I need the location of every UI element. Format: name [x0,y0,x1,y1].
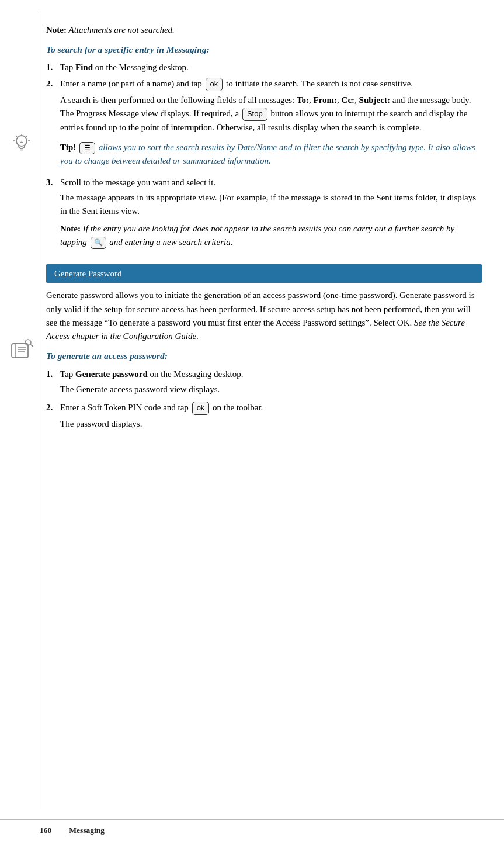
step-3-note-label: Note: [60,224,81,233]
step-1-find: Find [75,63,93,72]
ok-button-inline-2: ok [192,402,210,415]
footer-section-label: Messaging [69,825,105,836]
access-steps-list: 1. Tap Generate password on the Messagin… [46,368,482,432]
main-content: Note: Attachments are not searched. To s… [40,11,504,809]
svg-line-5 [26,136,27,137]
svg-point-0 [16,136,27,146]
search-heading: To search for a specific entry in Messag… [46,43,482,56]
step-3-sub1: The message appears in its appropriate v… [60,191,482,217]
tip-box: Tip! ☰ allows you to sort the search res… [60,141,482,168]
generate-password-header: Generate Password [46,264,482,283]
step-1: 1. Tap Find on the Messaging desktop. [46,61,482,74]
access-step-1-sub: The Generate access password view displa… [60,383,482,396]
note-label: Note: [46,25,67,34]
key-icon [8,338,34,364]
step-2-sub1: A search is then performed on the follow… [60,94,482,134]
filter-button-inline: ☰ [79,142,95,154]
svg-line-4 [16,136,17,137]
step-3-note-text2: and entering a new search criteria. [107,237,233,247]
subject-label: Subject: [359,95,390,105]
access-step-1-content: Tap Generate password on the Messaging d… [60,368,482,399]
step-1-content: Tap Find on the Messaging desktop. [60,61,482,74]
step-3: 3. Scroll to the message you want and se… [46,176,482,254]
tip-text: allows you to sort the search results by… [60,143,475,165]
from-label: From: [314,95,338,105]
stop-button-inline: Stop [242,108,267,121]
access-step-1-num: 1. [46,368,59,381]
access-password-heading: To generate an access password: [46,349,482,362]
steps-list: 1. Tap Find on the Messaging desktop. 2.… [46,61,482,254]
generate-password-label: Generate password [75,369,148,379]
access-step-1: 1. Tap Generate password on the Messagin… [46,368,482,399]
footer-page-number: 160 [40,825,51,836]
note-attachments: Note: Attachments are not searched. [46,23,482,37]
step-1-num: 1. [46,61,59,74]
footer-bar: 160 Messaging [0,819,504,841]
tip-label: Tip! [60,143,76,152]
ok-button-inline-1: ok [206,78,223,91]
access-step-2-sub: The password displays. [60,417,482,431]
svg-rect-8 [12,344,28,358]
note-text: Attachments are not searched. [67,25,175,34]
page-wrapper: Note: Attachments are not searched. To s… [0,0,504,841]
step-2: 2. Enter a name (or part of a name) and … [46,77,482,174]
access-step-2-content: Enter a Soft Token PIN code and tap ok o… [60,401,482,432]
generate-password-body: Generate password allows you to initiate… [46,289,482,343]
step-2-num: 2. [46,77,59,91]
config-guide-ref: See the Secure Access chapter in the Con… [46,318,465,341]
access-step-2: 2. Enter a Soft Token PIN code and tap o… [46,401,482,432]
svg-line-15 [32,345,33,346]
cc-label: Cc: [342,95,355,105]
step-2-content: Enter a name (or part of a name) and tap… [60,77,482,174]
access-step-2-num: 2. [46,401,59,414]
left-margin [0,11,40,809]
to-label: To: [297,95,309,105]
step-3-content: Scroll to the message you want and selec… [60,176,482,254]
bulb-icon [11,132,33,154]
search-icon-inline: 🔍 [91,237,106,249]
content-area: Note: Attachments are not searched. To s… [0,0,504,819]
step-3-num: 3. [46,176,59,189]
step-3-note: Note: If the entry you are looking for d… [60,222,482,249]
